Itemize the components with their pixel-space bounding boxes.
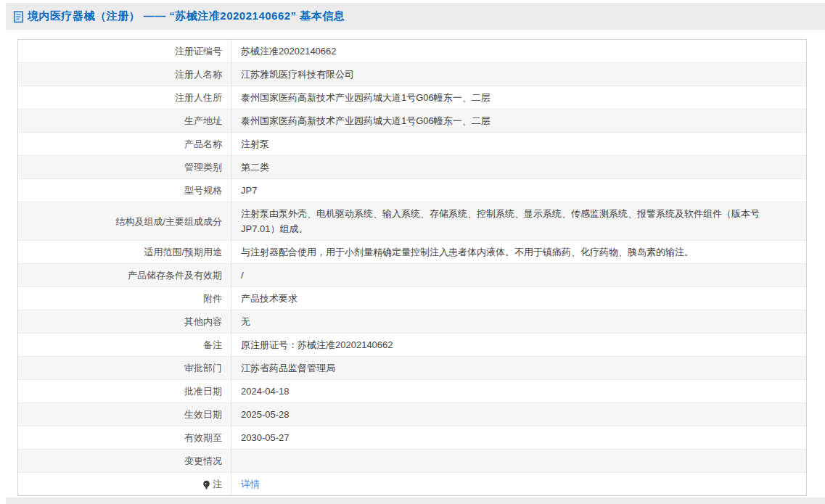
table-row: 生效日期2025-05-28 [18, 403, 806, 426]
row-label-text: 产品储存条件及有效期 [128, 268, 222, 283]
page-header: 境内医疗器械（注册） —— “苏械注准20202140662” 基本信息 [6, 3, 825, 30]
row-label: 产品名称 [18, 133, 231, 155]
row-label: 管理类别 [18, 156, 231, 178]
table-row: 批准日期2024-04-18 [18, 380, 806, 403]
table-row: 产品名称注射泵 [18, 133, 806, 156]
row-label-text: 管理类别 [184, 160, 222, 175]
row-label-text: 附件 [203, 291, 222, 306]
row-value: 2025-05-28 [231, 403, 806, 426]
row-label-text: 注 [213, 476, 222, 492]
row-label-text: 生产地址 [184, 113, 222, 128]
row-value: 原注册证号：苏械注准20202140662 [231, 334, 806, 356]
table-row: 结构及组成/主要组成成分注射泵由泵外壳、电机驱动系统、输入系统、存储系统、控制系… [18, 202, 806, 241]
row-value: 与注射器配合使用，用于小剂量精确定量控制注入患者体内液体。不用于镇痛药、化疗药物… [231, 241, 806, 263]
row-label: 附件 [18, 287, 231, 310]
table-row: 产品储存条件及有效期/ [18, 264, 806, 287]
table-row: 型号规格JP7 [18, 179, 806, 202]
row-value: 江苏省药品监督管理局 [231, 357, 806, 379]
content-panel: 注册证编号苏械注准20202140662注册人名称江苏雅凯医疗科技有限公司注册人… [6, 30, 825, 497]
row-label-text: 备注 [203, 337, 222, 352]
row-value: 注射泵 [231, 133, 806, 155]
row-label: 审批部门 [18, 357, 231, 379]
row-label-text: 注册人住所 [175, 90, 222, 105]
info-table: 注册证编号苏械注准20202140662注册人名称江苏雅凯医疗科技有限公司注册人… [17, 39, 807, 496]
row-label: 注册人名称 [18, 63, 231, 86]
row-value: 详情 [231, 473, 806, 495]
table-row: 注详情 [18, 473, 806, 495]
row-value: / [231, 264, 806, 286]
row-label-text: 有效期至 [184, 430, 222, 445]
row-label-text: 批准日期 [184, 384, 222, 399]
row-label: 产品储存条件及有效期 [18, 264, 231, 286]
row-value: 泰州国家医药高新技术产业园药城大道1号G06幢东一、二层 [231, 110, 806, 132]
row-label-text: 审批部门 [184, 360, 222, 376]
row-label: 结构及组成/主要组成成分 [18, 202, 231, 240]
bulb-icon [202, 480, 210, 490]
row-label-text: 其他内容 [184, 314, 222, 329]
table-row: 有效期至2030-05-27 [18, 426, 806, 450]
table-row: 备注原注册证号：苏械注准20202140662 [18, 334, 806, 357]
row-label-text: 生效日期 [184, 407, 222, 422]
table-row: 生产地址泰州国家医药高新技术产业园药城大道1号G06幢东一、二层 [18, 110, 806, 133]
page-title: 境内医疗器械（注册） —— “苏械注准20202140662” 基本信息 [28, 9, 345, 23]
row-value: 江苏雅凯医疗科技有限公司 [231, 63, 806, 86]
row-label: 批准日期 [18, 380, 231, 402]
table-row: 变更情况 [18, 450, 806, 473]
row-label: 其他内容 [18, 310, 231, 333]
row-label: 变更情况 [18, 450, 231, 472]
table-row: 其他内容无 [18, 310, 806, 334]
row-label: 生效日期 [18, 403, 231, 426]
table-row: 审批部门江苏省药品监督管理局 [18, 357, 806, 380]
row-label-text: 注册人名称 [175, 67, 222, 82]
row-label: 有效期至 [18, 426, 231, 449]
row-label-text: 型号规格 [184, 183, 222, 198]
document-icon [13, 11, 24, 23]
bottom-strip [6, 497, 825, 504]
row-label-text: 注册证编号 [175, 44, 222, 59]
row-value: JP7 [231, 179, 806, 202]
row-label: 备注 [18, 334, 231, 356]
table-row: 注册人住所泰州国家医药高新技术产业园药城大道1号G06幢东一、二层 [18, 86, 806, 110]
row-value: 第二类 [231, 156, 806, 178]
row-label: 注册人住所 [18, 86, 231, 109]
table-row: 注册人名称江苏雅凯医疗科技有限公司 [18, 63, 806, 86]
row-value: 泰州国家医药高新技术产业园药城大道1号G06幢东一、二层 [231, 86, 806, 109]
row-label: 型号规格 [18, 179, 231, 202]
row-label: 注册证编号 [18, 40, 231, 62]
table-row: 附件产品技术要求 [18, 287, 806, 310]
row-label-text: 产品名称 [184, 136, 222, 152]
row-value: 无 [231, 310, 806, 333]
table-row: 注册证编号苏械注准20202140662 [18, 40, 806, 63]
row-value: 注射泵由泵外壳、电机驱动系统、输入系统、存储系统、控制系统、显示系统、传感监测系… [231, 202, 806, 240]
row-label-text: 结构及组成/主要组成成分 [115, 214, 222, 229]
row-label: 适用范围/预期用途 [18, 241, 231, 263]
row-value [231, 450, 806, 472]
row-value: 2024-04-18 [231, 380, 806, 402]
row-label-text: 变更情况 [184, 453, 222, 468]
details-link[interactable]: 详情 [241, 476, 260, 492]
row-value: 2030-05-27 [231, 426, 806, 449]
table-row: 适用范围/预期用途与注射器配合使用，用于小剂量精确定量控制注入患者体内液体。不用… [18, 241, 806, 264]
table-row: 管理类别第二类 [18, 156, 806, 179]
row-value: 产品技术要求 [231, 287, 806, 310]
row-value: 苏械注准20202140662 [231, 40, 806, 62]
row-label: 生产地址 [18, 110, 231, 132]
row-label: 注 [18, 473, 231, 495]
row-label-text: 适用范围/预期用途 [144, 244, 222, 260]
